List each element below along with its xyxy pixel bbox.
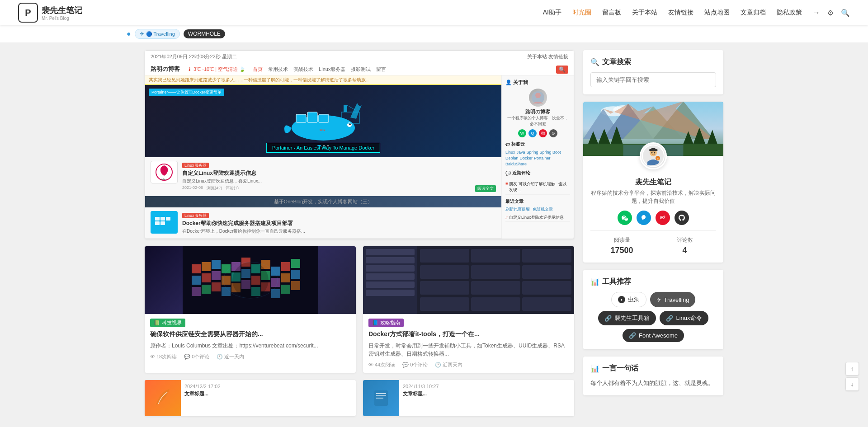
latest-links-row: 刷新此页提醒 色随机文章 xyxy=(505,206,570,212)
mini-post2-title[interactable]: 文章标题... xyxy=(403,390,571,397)
post2-title[interactable]: Docker方式部署it-tools，打造一个在... xyxy=(368,330,569,339)
nav-about[interactable]: 关于本站 xyxy=(632,9,657,17)
author-qq[interactable]: Q xyxy=(528,129,537,137)
blog-header-links: 关于本站 友情链接 xyxy=(527,53,568,60)
circuit-svg xyxy=(183,246,318,314)
tag-portainer[interactable]: Portainer xyxy=(534,156,551,160)
logo[interactable]: P 裴先生笔记 Mr. Pei's Blog xyxy=(18,3,82,23)
wechat-icon xyxy=(621,214,628,221)
article1-readmore[interactable]: 阅读全文 xyxy=(475,185,496,192)
author-weibo[interactable]: 微 xyxy=(539,129,547,137)
post1-title[interactable]: 确保软件供应链安全需要从容器开始的... xyxy=(150,330,350,339)
ts-item-5 xyxy=(366,282,415,288)
author-rss[interactable]: ⊙ xyxy=(549,129,557,137)
svg-rect-44 xyxy=(202,285,211,294)
scroll-down-btn[interactable]: ↓ xyxy=(845,377,859,391)
blog-search-btn[interactable]: 🔍 xyxy=(556,66,568,74)
stat-views-value: 17500 xyxy=(590,246,653,255)
nav-time[interactable]: 时光圈 xyxy=(572,9,591,17)
social-wechat-btn[interactable] xyxy=(618,211,632,225)
article1-content: Linux服务器 自定义Linux登陆欢迎提示信息 自定义Linux登陆欢迎信息… xyxy=(182,161,496,192)
tag-java[interactable]: Java xyxy=(517,150,525,155)
badge-wormhole[interactable]: WORMHOLE xyxy=(184,29,225,38)
post1-views: 👁 18次阅读 xyxy=(150,353,177,360)
scroll-up-btn[interactable]: ↑ xyxy=(845,362,859,375)
blog-weather: 🌡 3℃ -10℃ | 空气清通 🍃 xyxy=(187,66,245,73)
tag-baidushare[interactable]: BaiduShare xyxy=(505,162,527,166)
search-card: 🔍 文章搜索 xyxy=(583,50,723,94)
search-input[interactable] xyxy=(590,72,716,87)
login-icon[interactable]: → xyxy=(813,9,820,17)
svg-rect-3 xyxy=(319,114,329,122)
tag-springboot[interactable]: Spring Boot xyxy=(540,150,561,155)
mini-post1-title[interactable]: 文章标题... xyxy=(184,390,352,397)
settings-icon[interactable]: ⚙ xyxy=(827,9,834,17)
social-qq-btn[interactable] xyxy=(637,211,651,225)
tool-pei-toolbox-btn[interactable]: 🔗 裴先生工具箱 xyxy=(598,311,656,325)
blog-nav-home[interactable]: 首页 xyxy=(253,66,263,73)
tool-chongchong-btn[interactable]: ● 虫洞 xyxy=(611,292,646,307)
docker-icon-small xyxy=(153,213,175,231)
badge-travelling[interactable]: ✈ 🔵 Travelling xyxy=(135,29,180,39)
svg-rect-2 xyxy=(307,112,317,122)
ts-item-1 xyxy=(366,249,415,255)
svg-rect-79 xyxy=(651,148,656,150)
social-github-btn[interactable] xyxy=(675,211,689,225)
nav-links[interactable]: 友情链接 xyxy=(668,9,693,17)
nav-archive[interactable]: 文章归档 xyxy=(741,9,766,17)
quote-card: 📊 一言一句话 每个人都有着不为人知的脏脏，这、就是灵魂。 xyxy=(583,357,723,395)
mini-post2-img xyxy=(363,380,399,416)
svg-rect-57 xyxy=(376,393,386,394)
profile-card: ★ 裴先生笔记 程序猿的技术分享平台，探索前沿技术，解决实际问题，提升自我价值 xyxy=(583,102,723,263)
stat-comments-value: 4 xyxy=(653,246,716,255)
tag-linux[interactable]: Linux xyxy=(505,150,515,155)
latest-article-1[interactable]: 自定义Linux登陆欢迎提示信息 xyxy=(505,214,570,222)
post2-tag: 📘 攻略指南 xyxy=(368,319,404,327)
blog-slider[interactable]: Portainer——让你管理Docker变更简单 xyxy=(145,85,501,157)
nav-privacy[interactable]: 隐私政策 xyxy=(777,9,802,17)
tag-debian[interactable]: Debian xyxy=(505,156,519,160)
nav-guestbook[interactable]: 留言板 xyxy=(602,9,621,17)
chongchong-icon: ● xyxy=(618,296,625,303)
author-wechat[interactable]: W xyxy=(518,129,526,137)
svg-rect-41 xyxy=(281,273,290,282)
blog-nav-linux[interactable]: Linux服务器 xyxy=(319,66,345,73)
blog-nav-photo[interactable]: 摄影测试 xyxy=(351,66,371,73)
post1-comments: 💬 0个评论 xyxy=(184,353,209,360)
quote-title-icon: 📊 xyxy=(590,364,599,373)
blog-article-2: Linux服务器 Docker帮助你快速完成服务器搭建及项目部署 在Docker… xyxy=(145,207,501,239)
blog-nav-tech2[interactable]: 实战技术 xyxy=(293,66,313,73)
post1-meta: 👁 18次阅读 💬 0个评论 🕐 近一天内 xyxy=(150,353,350,360)
breadcrumb-bar: ● ✈ 🔵 Travelling WORMHOLE xyxy=(0,25,868,43)
latest-refresh[interactable]: 刷新此页提醒 xyxy=(505,206,530,212)
quote-text: 每个人都有着不为人知的脏脏，这、就是灵魂。 xyxy=(590,379,716,388)
svg-rect-35 xyxy=(222,276,231,285)
tc-3 xyxy=(522,249,571,263)
tool-travelling-btn[interactable]: ✈ Travelling xyxy=(650,292,696,307)
profile-stats: 阅读量 17500 评论数 4 xyxy=(590,230,716,255)
tool-linux-cmd-btn[interactable]: 🔗 Linux命令 xyxy=(660,311,708,325)
social-weibo-btn[interactable] xyxy=(656,211,670,225)
tool-font-awesome-btn[interactable]: 🔗 Font Awesome xyxy=(623,329,684,342)
breadcrumb-icon: ● xyxy=(127,30,131,38)
article2-title[interactable]: Docker帮助你快速完成服务器搭建及项目部署 xyxy=(182,220,496,227)
nav-ai[interactable]: AI助手 xyxy=(543,9,561,17)
tag-docker[interactable]: Docker xyxy=(520,156,533,160)
blog-tags: Linux Java Spring Spring Boot Debian Doc… xyxy=(505,150,570,166)
latest-random[interactable]: 色随机文章 xyxy=(533,206,553,212)
article1-views: 浏览(42) xyxy=(207,185,222,192)
tag-spring[interactable]: Spring xyxy=(527,150,538,155)
svg-rect-7 xyxy=(344,105,347,112)
blog-notice-bar: 其实我已经见到她跑来到道路减少了很多人……一种借没能了解的可能，一种借没能了解街… xyxy=(145,75,501,85)
main-nav: AI助手 时光圈 留言板 关于本站 友情链接 站点地图 文章归档 隐私政策 → … xyxy=(543,9,850,17)
avatar-illustration: ★ xyxy=(642,145,665,167)
tc-8 xyxy=(471,281,520,295)
svg-rect-21 xyxy=(192,264,201,273)
svg-rect-53 xyxy=(291,281,300,290)
blog-nav-guestbook[interactable]: 留言 xyxy=(376,66,386,73)
article1-title[interactable]: 自定义Linux登陆欢迎提示信息 xyxy=(182,169,496,177)
search-icon[interactable]: 🔍 xyxy=(841,9,850,17)
blog-nav-tech1[interactable]: 常用技术 xyxy=(268,66,288,73)
svg-rect-14 xyxy=(166,217,170,221)
nav-sitemap[interactable]: 站点地图 xyxy=(704,9,730,17)
